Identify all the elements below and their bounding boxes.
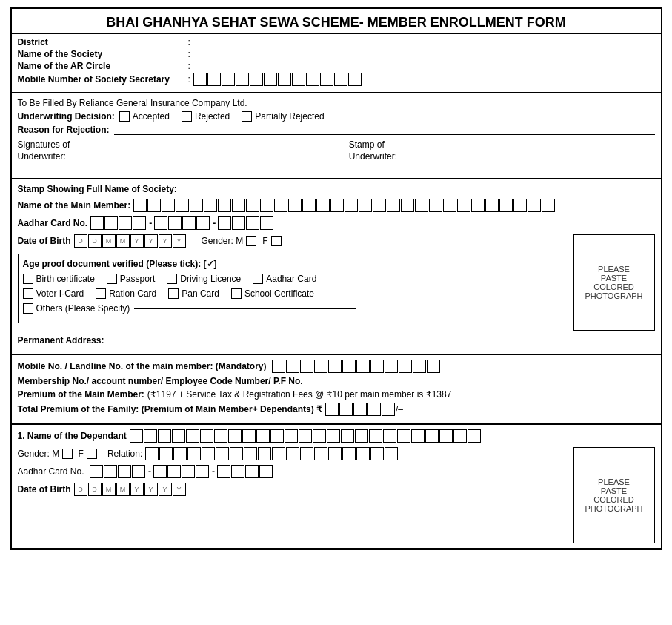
mob-b12[interactable] xyxy=(427,360,440,373)
ac-b5[interactable] xyxy=(154,216,167,230)
mob-b8[interactable] xyxy=(370,360,384,373)
dep-r-b16[interactable] xyxy=(356,447,370,460)
mm-box-12[interactable] xyxy=(288,199,302,212)
mobile-box-7[interactable] xyxy=(278,73,291,86)
mob-b11[interactable] xyxy=(413,360,426,373)
dob-m2[interactable]: M xyxy=(116,234,130,248)
ac-b2[interactable] xyxy=(104,216,118,230)
dep-n-b18[interactable] xyxy=(369,429,382,443)
dep-r-b10[interactable] xyxy=(272,447,285,460)
dac-b2[interactable] xyxy=(104,465,117,478)
dep-n-b13[interactable] xyxy=(299,429,312,443)
ac-b8[interactable] xyxy=(196,216,210,230)
dep-r-b6[interactable] xyxy=(216,447,229,460)
mob-b6[interactable] xyxy=(342,360,356,373)
dep-n-b6[interactable] xyxy=(200,429,213,443)
dep-r-b8[interactable] xyxy=(244,447,257,460)
aadhar-card-checkbox[interactable] xyxy=(253,274,263,284)
dep-n-b25[interactable] xyxy=(468,429,481,443)
dep-dob-d1[interactable]: D xyxy=(74,483,87,496)
tp-b1[interactable] xyxy=(325,403,339,416)
dep-dob-y3[interactable]: Y xyxy=(159,483,172,496)
school-cert-checkbox[interactable] xyxy=(231,288,242,299)
tp-b3[interactable] xyxy=(353,403,367,416)
mm-box-18[interactable] xyxy=(373,199,386,212)
ac-b3[interactable] xyxy=(119,216,132,230)
dac-b6[interactable] xyxy=(167,465,181,478)
dep-n-b5[interactable] xyxy=(186,429,199,443)
mm-box-19[interactable] xyxy=(387,199,400,212)
dac-b1[interactable] xyxy=(90,465,103,478)
ac-b7[interactable] xyxy=(182,216,196,230)
dep-r-b7[interactable] xyxy=(230,447,243,460)
dep-n-b16[interactable] xyxy=(341,429,354,443)
dob-d1[interactable]: D xyxy=(74,234,87,248)
dep-n-b24[interactable] xyxy=(453,429,467,443)
permanent-address-field[interactable] xyxy=(107,335,654,345)
driving-licence-checkbox[interactable] xyxy=(167,274,177,284)
mm-box-21[interactable] xyxy=(415,199,428,212)
mm-box-6[interactable] xyxy=(204,199,217,212)
mm-box-14[interactable] xyxy=(316,199,330,212)
dep-n-b3[interactable] xyxy=(158,429,171,443)
mob-b3[interactable] xyxy=(300,360,313,373)
dep-dob-d2[interactable]: D xyxy=(88,483,102,496)
ac-b10[interactable] xyxy=(232,216,245,230)
others-checkbox[interactable] xyxy=(23,303,33,314)
mm-box-8[interactable] xyxy=(232,199,245,212)
dep-n-b10[interactable] xyxy=(256,429,270,443)
birth-cert-checkbox[interactable] xyxy=(23,274,33,284)
dep-r-b15[interactable] xyxy=(342,447,356,460)
mm-box-30[interactable] xyxy=(542,199,555,212)
mm-box-10[interactable] xyxy=(260,199,273,212)
dep-n-b14[interactable] xyxy=(313,429,326,443)
dep-n-b15[interactable] xyxy=(327,429,340,443)
mm-box-26[interactable] xyxy=(485,199,499,212)
dep-n-b17[interactable] xyxy=(355,429,368,443)
dob-y2[interactable]: Y xyxy=(144,234,158,248)
dep-n-b7[interactable] xyxy=(214,429,227,443)
dac-b3[interactable] xyxy=(118,465,131,478)
mobile-box-8[interactable] xyxy=(292,73,305,86)
dep-dob-y4[interactable]: Y xyxy=(173,483,186,496)
dac-b11[interactable] xyxy=(245,465,259,478)
dac-b10[interactable] xyxy=(231,465,244,478)
mobile-box-2[interactable] xyxy=(207,73,221,86)
dob-y1[interactable]: Y xyxy=(130,234,144,248)
mob-b4[interactable] xyxy=(314,360,327,373)
mm-box-22[interactable] xyxy=(429,199,442,212)
partially-rejected-checkbox[interactable] xyxy=(242,111,252,122)
mm-box-27[interactable] xyxy=(499,199,513,212)
tp-b4[interactable] xyxy=(367,403,381,416)
dep-dob-m2[interactable]: M xyxy=(116,483,130,496)
others-specify-line[interactable] xyxy=(134,308,356,309)
stamp-society-field[interactable] xyxy=(180,184,655,194)
membership-field[interactable] xyxy=(306,376,655,386)
dep-dob-y2[interactable]: Y xyxy=(144,483,158,496)
mm-box-29[interactable] xyxy=(528,199,541,212)
dob-y3[interactable]: Y xyxy=(159,234,172,248)
ac-b9[interactable] xyxy=(218,216,231,230)
gender-m-checkbox[interactable] xyxy=(246,236,256,246)
dep-dob-m1[interactable]: M xyxy=(102,483,116,496)
dob-d2[interactable]: D xyxy=(88,234,102,248)
dep-n-b12[interactable] xyxy=(285,429,298,443)
passport-checkbox[interactable] xyxy=(107,274,117,284)
ration-card-checkbox[interactable] xyxy=(96,288,106,299)
ac-b11[interactable] xyxy=(246,216,259,230)
tp-b2[interactable] xyxy=(339,403,353,416)
mm-box-24[interactable] xyxy=(457,199,470,212)
ac-b6[interactable] xyxy=(168,216,182,230)
mobile-box-4[interactable] xyxy=(236,73,249,86)
ac-b12[interactable] xyxy=(260,216,273,230)
mm-box-17[interactable] xyxy=(359,199,372,212)
dep-n-b2[interactable] xyxy=(144,429,157,443)
accepted-checkbox[interactable] xyxy=(119,111,130,122)
accepted-option[interactable]: Accepted xyxy=(119,111,170,122)
mm-box-2[interactable] xyxy=(147,199,161,212)
dep-r-b13[interactable] xyxy=(314,447,327,460)
dep-r-b17[interactable] xyxy=(370,447,384,460)
mm-box-16[interactable] xyxy=(345,199,358,212)
mob-b9[interactable] xyxy=(385,360,398,373)
mm-box-15[interactable] xyxy=(330,199,344,212)
